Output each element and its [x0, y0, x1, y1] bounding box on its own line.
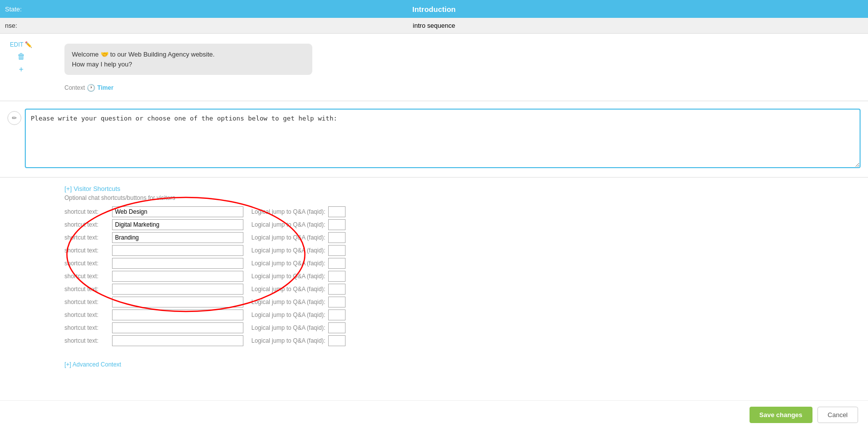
shortcut-text-label: shortcut text:	[64, 324, 109, 331]
logical-jump-label: Logical jump to Q&A (faqid):	[251, 234, 325, 241]
logical-jump-input[interactable]	[328, 245, 346, 256]
shortcut-text-input[interactable]	[112, 309, 243, 320]
edit-button[interactable]: EDIT ✏️	[10, 41, 32, 48]
logical-jump-input[interactable]	[328, 322, 346, 333]
logical-jump-label: Logical jump to Q&A (faqid):	[251, 311, 325, 318]
shortcut-text-label: shortcut text:	[64, 286, 109, 293]
logical-jump-input[interactable]	[328, 258, 346, 269]
shortcut-text-input[interactable]	[112, 206, 243, 217]
shortcuts-wrapper: [+] Visitor Shortcuts Optional chat shor…	[64, 185, 861, 368]
shortcuts-section: [+] Visitor Shortcuts Optional chat shor…	[0, 178, 868, 403]
shortcut-row: shortcut text:Logical jump to Q&A (faqid…	[64, 322, 861, 333]
message-textarea[interactable]: Please write your question or choose one…	[25, 109, 861, 168]
logical-jump-label: Logical jump to Q&A (faqid):	[251, 221, 325, 228]
chat-bubble: Welcome 🤝 to our Web Building Agency web…	[64, 44, 312, 75]
context-row: Context 🕐 Timer	[59, 80, 868, 96]
shortcut-text-input[interactable]	[112, 335, 243, 346]
edit-label: EDIT	[10, 41, 23, 48]
top-bar: State: Introduction	[0, 0, 868, 18]
shortcut-text-input[interactable]	[112, 271, 243, 282]
shortcut-text-label: shortcut text:	[64, 311, 109, 318]
shortcut-text-label: shortcut text:	[64, 247, 109, 254]
shortcut-text-label: shortcut text:	[64, 260, 109, 267]
logical-jump-label: Logical jump to Q&A (faqid):	[251, 286, 325, 293]
chat-bubble-area: Welcome 🤝 to our Web Building Agency web…	[59, 39, 868, 80]
chat-section: EDIT ✏️ 🗑 + Welcome 🤝 to our Web Buildin…	[0, 34, 868, 101]
logical-jump-label: Logical jump to Q&A (faqid):	[251, 260, 325, 267]
shortcuts-title[interactable]: [+] Visitor Shortcuts	[64, 185, 861, 192]
nse-label: nse:	[5, 22, 17, 29]
shortcut-text-label: shortcut text:	[64, 273, 109, 280]
logical-jump-input[interactable]	[328, 309, 346, 320]
chat-text-line2: How may I help you?	[72, 61, 132, 68]
logical-jump-input[interactable]	[328, 206, 346, 217]
shortcut-text-input[interactable]	[112, 284, 243, 295]
add-button[interactable]: +	[19, 65, 23, 74]
state-label: State:	[5, 5, 22, 13]
shortcut-row: shortcut text:Logical jump to Q&A (faqid…	[64, 335, 861, 346]
timer-icon: 🕐	[87, 84, 95, 92]
logical-jump-input[interactable]	[328, 284, 346, 295]
logical-jump-input[interactable]	[328, 297, 346, 307]
shortcut-text-input[interactable]	[112, 297, 243, 307]
edit-icon: ✏️	[25, 41, 32, 48]
sub-header: nse: intro sequence	[0, 18, 868, 34]
footer: Save changes Cancel	[0, 400, 868, 403]
logical-jump-input[interactable]	[328, 232, 346, 243]
logical-jump-label: Logical jump to Q&A (faqid):	[251, 208, 325, 215]
shortcut-row: shortcut text:Logical jump to Q&A (faqid…	[64, 271, 861, 282]
shortcut-row: shortcut text:Logical jump to Q&A (faqid…	[64, 245, 861, 256]
shortcut-row: shortcut text:Logical jump to Q&A (faqid…	[64, 284, 861, 295]
shortcut-text-input[interactable]	[112, 322, 243, 333]
shortcut-text-label: shortcut text:	[64, 208, 109, 215]
shortcut-text-input[interactable]	[112, 219, 243, 230]
shortcut-text-label: shortcut text:	[64, 299, 109, 306]
sequence-name: intro sequence	[413, 22, 455, 29]
sidebar-actions: EDIT ✏️ 🗑 +	[10, 41, 32, 74]
shortcut-row: shortcut text:Logical jump to Q&A (faqid…	[64, 309, 861, 320]
shortcut-text-label: shortcut text:	[64, 234, 109, 241]
shortcut-row: shortcut text:Logical jump to Q&A (faqid…	[64, 232, 861, 243]
chat-text-line1: Welcome 🤝 to our Web Building Agency web…	[72, 51, 215, 58]
shortcut-text-label: shortcut text:	[64, 221, 109, 228]
logical-jump-label: Logical jump to Q&A (faqid):	[251, 273, 325, 280]
delete-button[interactable]: 🗑	[17, 52, 25, 61]
logical-jump-input[interactable]	[328, 335, 346, 346]
logical-jump-input[interactable]	[328, 219, 346, 230]
edit-section: ✏ Please write your question or choose o…	[0, 101, 868, 178]
timer-label: Timer	[97, 84, 113, 91]
logical-jump-label: Logical jump to Q&A (faqid):	[251, 337, 325, 344]
shortcut-row: shortcut text:Logical jump to Q&A (faqid…	[64, 219, 861, 230]
advanced-context-link[interactable]: [+] Advanced Context	[64, 361, 121, 368]
shortcut-row: shortcut text:Logical jump to Q&A (faqid…	[64, 297, 861, 307]
logical-jump-label: Logical jump to Q&A (faqid):	[251, 324, 325, 331]
shortcut-text-label: shortcut text:	[64, 337, 109, 344]
shortcuts-description: Optional chat shortcuts/buttons for visi…	[64, 194, 861, 201]
logical-jump-input[interactable]	[328, 271, 346, 282]
shortcut-text-input[interactable]	[112, 258, 243, 269]
shortcut-text-input[interactable]	[112, 232, 243, 243]
context-label: Context	[64, 84, 85, 91]
page-title: Introduction	[412, 5, 456, 13]
shortcut-text-input[interactable]	[112, 245, 243, 256]
shortcut-row: shortcut text:Logical jump to Q&A (faqid…	[64, 258, 861, 269]
logical-jump-label: Logical jump to Q&A (faqid):	[251, 299, 325, 306]
shortcut-row: shortcut text:Logical jump to Q&A (faqid…	[64, 206, 861, 217]
logical-jump-label: Logical jump to Q&A (faqid):	[251, 247, 325, 254]
shortcut-rows-container: shortcut text:Logical jump to Q&A (faqid…	[64, 206, 861, 346]
pencil-button[interactable]: ✏	[7, 111, 21, 125]
